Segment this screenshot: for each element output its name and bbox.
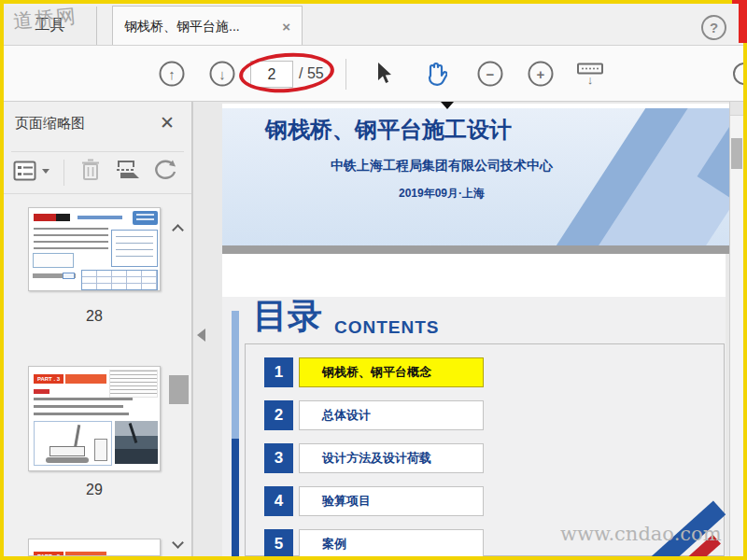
slide1-top-margin bbox=[222, 104, 730, 108]
thumbnail-toolbar-separator bbox=[63, 160, 64, 186]
thumbnail-toolbar bbox=[4, 152, 191, 193]
toc-item-5-number: 5 bbox=[264, 529, 293, 556]
toc-item-1-number: 1 bbox=[264, 357, 293, 387]
insert-page-icon bbox=[116, 158, 142, 182]
red-corner-marker bbox=[739, 0, 747, 43]
minus-icon: − bbox=[478, 61, 503, 86]
document-view: 钢栈桥、钢平台施工设计 中铁上海工程局集团有限公司技术中心 2019年09月·上… bbox=[208, 102, 743, 556]
cursor-icon bbox=[376, 63, 393, 85]
rotate-icon bbox=[151, 158, 177, 182]
help-icon[interactable]: ? bbox=[701, 15, 726, 40]
hand-tool-button[interactable] bbox=[423, 61, 447, 87]
slide2-accent-bar-dark bbox=[232, 439, 239, 556]
toc-item-3-number: 3 bbox=[264, 443, 293, 473]
zoom-out-button[interactable]: − bbox=[478, 61, 503, 86]
slide1-organization: 中铁上海工程局集团有限公司技术中心 bbox=[278, 158, 605, 175]
tab-tools-label: 工具 bbox=[35, 16, 65, 35]
red-corner-marker-top bbox=[732, 0, 747, 4]
panel-title: 页面缩略图 bbox=[15, 115, 85, 133]
thumb28-table bbox=[81, 270, 158, 290]
page-display-icon: ↓ bbox=[577, 63, 603, 84]
scroll-down-icon[interactable] bbox=[172, 537, 184, 549]
collapse-panel-icon[interactable] bbox=[197, 329, 205, 342]
arrow-down-icon: ↓ bbox=[210, 61, 235, 86]
thumb29-text-line bbox=[34, 405, 123, 408]
thumb28-formula-box bbox=[33, 253, 74, 268]
delete-pages-button[interactable] bbox=[80, 158, 101, 182]
panel-close-icon[interactable]: ✕ bbox=[160, 112, 175, 133]
thumb29-text-block bbox=[109, 370, 158, 398]
toc-item-4-number: 4 bbox=[264, 486, 293, 516]
main-toolbar: ↑ ↓ 2 / 55 − + ↓ bbox=[4, 46, 743, 102]
pdf-page-2[interactable]: 目录 CONTENTS 1 钢栈桥、钢平台概念 2 总体设计 3 设计方法及设计… bbox=[222, 254, 726, 556]
insert-pages-button[interactable] bbox=[116, 158, 142, 182]
thumb28-highlight-chip bbox=[63, 273, 75, 279]
trash-icon bbox=[80, 158, 101, 182]
toc-item-5: 案例 bbox=[299, 529, 484, 556]
plus-icon: + bbox=[529, 61, 554, 86]
document-scrollbar[interactable] bbox=[729, 102, 743, 556]
rotate-pages-button[interactable] bbox=[151, 158, 177, 182]
hand-icon bbox=[423, 61, 447, 87]
toc-item-2-number: 2 bbox=[264, 400, 293, 430]
page-separator-bar bbox=[222, 245, 730, 254]
previous-page-button[interactable]: ↑ bbox=[160, 61, 185, 86]
thumb29-title-bar bbox=[65, 374, 106, 384]
pdf-page-1[interactable]: 钢栈桥、钢平台施工设计 中铁上海工程局集团有限公司技术中心 2019年09月·上… bbox=[222, 104, 730, 245]
thumbnail-page-28[interactable] bbox=[28, 207, 161, 291]
site-watermark: www.cndao.com bbox=[560, 523, 722, 545]
thumb30-part-badge: PART . 3 bbox=[34, 552, 63, 556]
tab-tools[interactable]: 工具 bbox=[4, 7, 97, 46]
clipped-tool-icon[interactable] bbox=[733, 63, 743, 85]
thumb29-red-label bbox=[34, 389, 49, 394]
thumb29-crane-drawing bbox=[34, 421, 112, 466]
thumb29-site-photo bbox=[115, 421, 158, 464]
slide1-date: 2019年09月·上海 bbox=[278, 186, 605, 202]
thumb28-red-header bbox=[34, 214, 56, 221]
document-scrollbar-top bbox=[730, 102, 743, 116]
slide2-accent-bar-light bbox=[232, 311, 239, 439]
chevron-down-icon bbox=[42, 169, 49, 174]
options-icon bbox=[13, 160, 37, 182]
close-icon[interactable]: × bbox=[282, 19, 290, 35]
document-tab-title: 钢栈桥、钢平台施... bbox=[124, 19, 240, 35]
thumb29-text-line bbox=[34, 398, 133, 400]
tab-document[interactable]: 钢栈桥、钢平台施... × bbox=[112, 6, 303, 47]
toc-item-1: 钢栈桥、钢平台概念 bbox=[299, 357, 484, 387]
thumb28-black-header bbox=[56, 214, 70, 221]
arrow-up-icon: ↑ bbox=[160, 61, 185, 86]
document-scrollbar-thumb[interactable] bbox=[731, 138, 742, 169]
thumb29-text-line bbox=[34, 413, 129, 415]
select-tool-button[interactable] bbox=[376, 63, 393, 85]
toc-item-4: 验算项目 bbox=[299, 486, 484, 516]
toc-item-3: 设计方法及设计荷载 bbox=[299, 443, 484, 473]
toc-item-2: 总体设计 bbox=[299, 400, 484, 430]
scroll-up-icon[interactable] bbox=[172, 224, 184, 236]
page-position-marker bbox=[441, 102, 454, 109]
tab-bar: 工具 道桥网 钢栈桥、钢平台施... × ? bbox=[4, 4, 743, 46]
toc-heading-en: CONTENTS bbox=[334, 317, 440, 338]
thumb29-part-badge: PART . 3 bbox=[34, 374, 63, 384]
zoom-in-button[interactable]: + bbox=[529, 61, 554, 86]
slide1-title: 钢栈桥、钢平台施工设计 bbox=[265, 115, 512, 145]
toc-heading-cn: 目录 bbox=[253, 299, 322, 333]
thumb28-diagram bbox=[111, 230, 158, 267]
sidebar-scrollbar-thumb[interactable] bbox=[169, 375, 189, 404]
thumb28-blue-button bbox=[133, 211, 158, 225]
panel-divider bbox=[4, 193, 191, 194]
thumb28-text-lines bbox=[34, 228, 108, 251]
toolbar-separator bbox=[345, 59, 346, 90]
panel-gutter bbox=[192, 102, 208, 556]
acrobat-window: 工具 道桥网 钢栈桥、钢平台施... × ? ↑ ↓ 2 / 55 bbox=[0, 0, 747, 560]
page-display-button[interactable]: ↓ bbox=[577, 63, 603, 84]
thumbnail-page-29[interactable]: PART . 3 bbox=[28, 366, 161, 471]
thumb30-title-bar bbox=[65, 552, 106, 556]
thumbnail-label-28: 28 bbox=[28, 308, 161, 325]
next-page-button[interactable]: ↓ bbox=[210, 61, 235, 86]
thumbnails-panel: 页面缩略图 ✕ bbox=[4, 102, 192, 556]
thumbnail-page-30-partial[interactable]: PART . 3 bbox=[28, 539, 161, 556]
thumbnail-options-button[interactable] bbox=[13, 160, 49, 182]
thumb28-blue-title bbox=[78, 216, 122, 219]
thumbnail-label-29: 29 bbox=[28, 482, 161, 498]
